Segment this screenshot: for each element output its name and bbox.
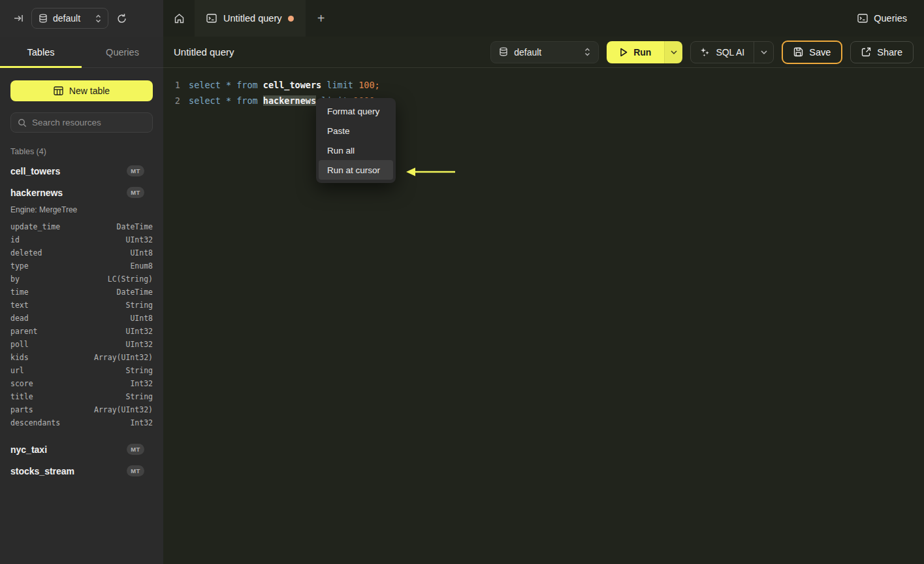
table-row[interactable]: nyc_taxiMT [10, 439, 153, 460]
column-name: time [10, 288, 29, 297]
column-type: Int32 [130, 418, 153, 427]
chevron-down-icon [671, 50, 677, 54]
database-selector-toolbar[interactable]: default [490, 41, 599, 63]
run-button-label: Run [633, 47, 651, 58]
column-row: parentUInt32 [10, 325, 153, 338]
run-options-button[interactable] [664, 41, 682, 63]
editor-context-menu: Format queryPasteRun allRun at cursor [316, 98, 396, 183]
home-icon [174, 13, 185, 24]
column-type: String [125, 392, 153, 401]
engine-badge: MT [127, 465, 144, 476]
column-row: textString [10, 299, 153, 312]
sql-ai-options-button[interactable] [754, 42, 773, 63]
database-selector-topbar[interactable]: default [31, 8, 108, 29]
queries-icon [857, 14, 868, 23]
tab-untitled-query[interactable]: Untitled query [195, 0, 306, 37]
table-row[interactable]: hackernewsMT [10, 182, 153, 203]
column-row: titleString [10, 390, 153, 403]
column-type: UInt32 [125, 340, 153, 349]
engine-badge: MT [127, 165, 144, 176]
new-table-button[interactable]: New table [10, 80, 153, 101]
table-list: cell_towersMThackernewsMTEngine: MergeTr… [10, 160, 153, 482]
run-button-group: Run [607, 41, 682, 63]
table-name: nyc_taxi [10, 444, 47, 455]
sparkles-icon [700, 47, 710, 57]
column-name: score [10, 379, 33, 388]
search-icon [18, 118, 27, 127]
column-row: scoreInt32 [10, 377, 153, 390]
code-line: 1select * from cell_towers limit 100; [163, 77, 924, 93]
database-icon [499, 47, 508, 57]
code-token: select [189, 95, 226, 106]
menu-item-format-query[interactable]: Format query [319, 101, 393, 121]
column-type: Array(UInt32) [94, 353, 153, 362]
top-bar-main: Untitled query + Queries [163, 0, 924, 37]
menu-item-paste[interactable]: Paste [319, 121, 393, 141]
code-token: select [189, 80, 226, 90]
table-row[interactable]: cell_towersMT [10, 160, 153, 182]
line-number: 2 [163, 95, 180, 106]
column-name: id [10, 235, 20, 244]
code-line: 2select * from hackernews limit 1000 [163, 93, 924, 108]
table-icon [54, 86, 63, 95]
save-button[interactable]: Save [782, 41, 842, 64]
menu-item-run-at-cursor[interactable]: Run at cursor [319, 160, 393, 180]
code-text: select * from cell_towers limit 100; [189, 80, 380, 90]
sql-editor[interactable]: 1select * from cell_towers limit 100;2se… [163, 68, 924, 564]
tables-section-header: Tables (4) [10, 147, 153, 156]
collapse-sidebar-icon[interactable] [13, 13, 24, 24]
sql-ai-button-label: SQL AI [716, 47, 744, 58]
menu-item-run-all[interactable]: Run all [319, 141, 393, 160]
engine-badge: MT [127, 444, 144, 455]
sql-console-app: default [0, 0, 924, 564]
code-token: * [226, 80, 236, 90]
sidebar-tab-tables[interactable]: Tables [0, 37, 82, 67]
column-name: title [10, 392, 33, 401]
column-name: type [10, 261, 29, 271]
table-name: stocks_stream [10, 466, 74, 476]
refresh-icon[interactable] [116, 13, 127, 24]
table-row[interactable]: stocks_streamMT [10, 460, 153, 482]
column-type: Enum8 [130, 261, 153, 271]
column-type: UInt8 [130, 248, 153, 257]
run-button[interactable]: Run [607, 41, 664, 63]
column-row: descendantsInt32 [10, 416, 153, 429]
column-row: deadUInt8 [10, 312, 153, 325]
column-row: timeDateTime [10, 286, 153, 299]
column-type: DateTime [117, 222, 153, 231]
topbar-spacer [336, 0, 857, 37]
engine-badge: MT [127, 187, 144, 198]
database-icon [39, 14, 48, 24]
line-number: 1 [163, 80, 180, 90]
column-row: urlString [10, 364, 153, 377]
column-type: String [125, 301, 153, 310]
share-button[interactable]: Share [850, 41, 914, 63]
column-name: poll [10, 340, 29, 349]
search-box [10, 112, 153, 133]
engine-label: Engine: MergeTree [10, 205, 153, 214]
column-row: partsArray(UInt32) [10, 403, 153, 416]
database-selector-value: default [514, 47, 579, 58]
queries-button[interactable]: Queries [857, 0, 924, 37]
query-title: Untitled query [174, 46, 234, 58]
sql-ai-button-group: SQL AI [690, 41, 774, 63]
save-button-label: Save [809, 47, 831, 58]
column-name: parent [10, 327, 38, 336]
search-input[interactable] [32, 118, 148, 127]
column-row: typeEnum8 [10, 259, 153, 273]
code-token: from [236, 95, 263, 106]
queries-button-label: Queries [874, 13, 907, 24]
column-name: descendants [10, 418, 60, 427]
chevron-down-icon [761, 50, 767, 54]
sql-ai-button[interactable]: SQL AI [691, 47, 754, 58]
sidebar-tab-queries[interactable]: Queries [82, 37, 163, 67]
home-button[interactable] [163, 0, 195, 37]
annotation-arrow [405, 166, 457, 178]
column-type: UInt8 [130, 314, 153, 323]
top-bar: default [0, 0, 924, 37]
new-tab-button[interactable]: + [306, 0, 336, 37]
code-token: hackernews [263, 95, 316, 106]
table-name: hackernews [10, 188, 63, 198]
table-name: cell_towers [10, 166, 60, 176]
column-name: update_time [10, 222, 60, 231]
